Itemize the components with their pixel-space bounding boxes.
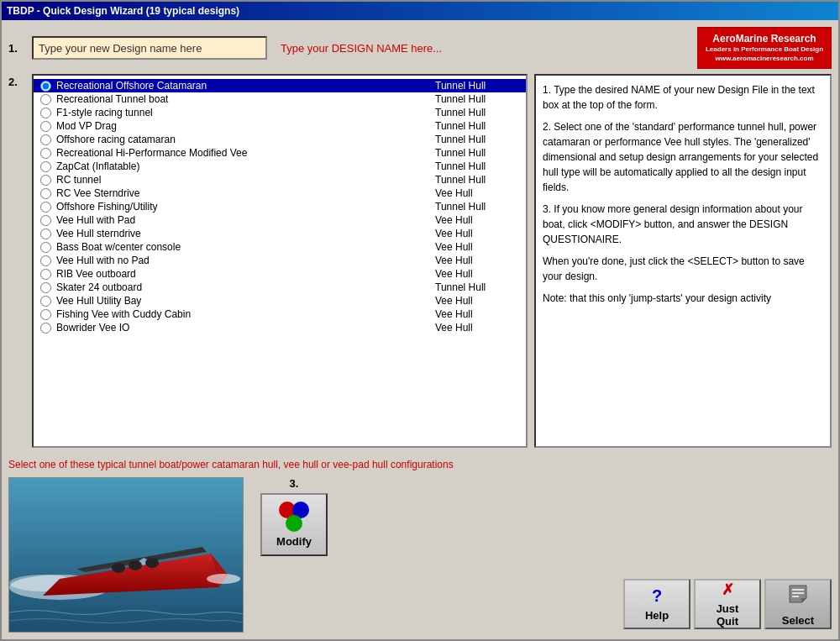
boat-name: RC Vee Sterndrive: [56, 187, 402, 199]
list-item[interactable]: Recreational Tunnel boatTunnel Hull: [34, 92, 526, 106]
boat-radio[interactable]: [40, 296, 51, 307]
boat-radio[interactable]: [40, 323, 51, 334]
boat-svg: [9, 478, 244, 633]
boat-radio[interactable]: [40, 202, 51, 213]
boat-radio[interactable]: [40, 282, 51, 293]
boat-name: Mod VP Drag: [56, 120, 402, 132]
hull-type: Vee Hull: [435, 268, 519, 280]
boat-radio[interactable]: [40, 148, 51, 159]
hull-type: Tunnel Hull: [435, 93, 519, 105]
boat-name: Vee Hull Utility Bay: [56, 295, 402, 307]
step1-label: 1.: [8, 42, 25, 55]
list-item[interactable]: Offshore Fishing/UtilityTunnel Hull: [34, 200, 526, 213]
just-quit-button[interactable]: ✗ JustQuit: [694, 579, 761, 629]
hull-type: Tunnel Hull: [435, 174, 519, 186]
list-item[interactable]: RC tunnelTunnel Hull: [34, 173, 526, 187]
boat-name: ZapCat (Inflatable): [56, 160, 402, 172]
boat-radio[interactable]: [40, 175, 51, 186]
boat-name: Recreational Hi-Performance Modified Vee: [56, 147, 402, 159]
instruction-paragraph: 2. Select one of the 'standard' performa…: [543, 119, 823, 195]
list-item[interactable]: Vee Hull with PadVee Hull: [34, 213, 526, 227]
boat-name: Skater 24 outboard: [56, 281, 402, 293]
boat-name: RC tunnel: [56, 174, 402, 186]
list-item[interactable]: Recreational Offshore CatamaranTunnel Hu…: [34, 79, 526, 92]
boat-name: Bass Boat w/center console: [56, 241, 402, 253]
logo-subtitle: Leaders in Performance Boat Design: [706, 45, 823, 54]
logo-title: AeroMarine Research: [712, 33, 816, 46]
title-bar: TBDP - Quick Design Wizard (19 typical d…: [2, 2, 838, 20]
list-item[interactable]: Recreational Hi-Performance Modified Vee…: [34, 146, 526, 160]
list-item[interactable]: Fishing Vee with Cuddy CabinVee Hull: [34, 307, 526, 321]
list-item[interactable]: Offshore racing catamaranTunnel Hull: [34, 133, 526, 146]
boat-radio[interactable]: [40, 188, 51, 199]
quit-icon: ✗: [722, 581, 734, 599]
hull-type: Tunnel Hull: [435, 80, 519, 92]
boat-radio[interactable]: [40, 309, 51, 320]
bottom-buttons: ? Help ✗ JustQuit: [623, 579, 832, 633]
hull-type: Tunnel Hull: [435, 120, 519, 132]
boat-radio[interactable]: [40, 134, 51, 145]
hull-type: Tunnel Hull: [435, 160, 519, 172]
boat-radio[interactable]: [40, 121, 51, 132]
hull-type: Tunnel Hull: [435, 147, 519, 159]
list-item[interactable]: RC Vee SterndriveVee Hull: [34, 187, 526, 200]
list-item[interactable]: Vee Hull with no PadVee Hull: [34, 254, 526, 267]
instruction-paragraph: Note: that this only 'jump-starts' your …: [543, 291, 823, 306]
boat-name: Bowrider Vee IO: [56, 322, 402, 334]
hull-type: Vee Hull: [435, 295, 519, 307]
boat-name: Vee Hull with no Pad: [56, 255, 402, 266]
hull-type: Vee Hull: [435, 308, 519, 320]
boat-radio[interactable]: [40, 215, 51, 226]
hull-type: Tunnel Hull: [435, 281, 519, 293]
boat-name: F1-style racing tunnel: [56, 107, 402, 118]
list-item[interactable]: RIB Vee outboardVee Hull: [34, 267, 526, 281]
boat-radio[interactable]: [40, 108, 51, 118]
list-item[interactable]: Vee Hull Utility BayVee Hull: [34, 294, 526, 307]
modify-area: 3. Modify: [260, 477, 328, 556]
svg-point-10: [207, 574, 240, 584]
instruction-paragraph: 1. Type the desired NAME of your new Des…: [543, 82, 823, 113]
select-button[interactable]: Select: [764, 579, 832, 629]
hull-type: Vee Hull: [435, 241, 519, 253]
boat-name: Recreational Offshore Catamaran: [56, 80, 402, 92]
logo-url: www.aeromacineresearch.com: [715, 55, 813, 63]
design-name-input[interactable]: [32, 36, 267, 60]
boat-name: Vee Hull with Pad: [56, 214, 402, 226]
list-item[interactable]: Skater 24 outboardTunnel Hull: [34, 281, 526, 294]
hull-type: Tunnel Hull: [435, 201, 519, 213]
boat-radio[interactable]: [40, 269, 51, 280]
boat-name: Offshore racing catamaran: [56, 134, 402, 145]
window-title: TBDP - Quick Design Wizard (19 typical d…: [7, 5, 239, 17]
list-item[interactable]: Bowrider Vee IOVee Hull: [34, 321, 526, 334]
boat-name: Offshore Fishing/Utility: [56, 201, 402, 213]
boats-list: Recreational Offshore CatamaranTunnel Hu…: [32, 74, 528, 448]
hull-type: Vee Hull: [435, 322, 519, 334]
hull-type: Vee Hull: [435, 228, 519, 239]
boat-name: Fishing Vee with Cuddy Cabin: [56, 308, 402, 320]
boat-radio[interactable]: [40, 94, 51, 105]
modify-icon: [279, 502, 309, 532]
step3-label: 3.: [290, 477, 299, 490]
help-icon: ?: [652, 586, 662, 606]
boat-radio[interactable]: [40, 81, 51, 92]
hint-text: Select one of these typical tunnel boat/…: [8, 456, 454, 472]
step2-label: 2.: [8, 74, 25, 448]
list-item[interactable]: Vee Hull sterndriveVee Hull: [34, 227, 526, 240]
list-item[interactable]: Mod VP DragTunnel Hull: [34, 119, 526, 133]
boat-radio[interactable]: [40, 161, 51, 172]
boat-radio[interactable]: [40, 229, 51, 239]
svg-point-8: [129, 560, 142, 570]
hull-type: Vee Hull: [435, 255, 519, 266]
boat-radio[interactable]: [40, 242, 51, 253]
boat-radio[interactable]: [40, 255, 51, 266]
modify-button[interactable]: Modify: [260, 493, 328, 556]
design-name-hint: Type your DESIGN NAME here...: [281, 42, 442, 55]
help-button[interactable]: ? Help: [623, 579, 690, 629]
modify-label: Modify: [276, 535, 312, 548]
select-icon: [785, 581, 811, 611]
list-item[interactable]: ZapCat (Inflatable)Tunnel Hull: [34, 160, 526, 173]
list-item[interactable]: Bass Boat w/center consoleVee Hull: [34, 240, 526, 254]
list-item[interactable]: F1-style racing tunnelTunnel Hull: [34, 106, 526, 119]
boat-name: RIB Vee outboard: [56, 268, 402, 280]
svg-point-9: [145, 558, 159, 568]
